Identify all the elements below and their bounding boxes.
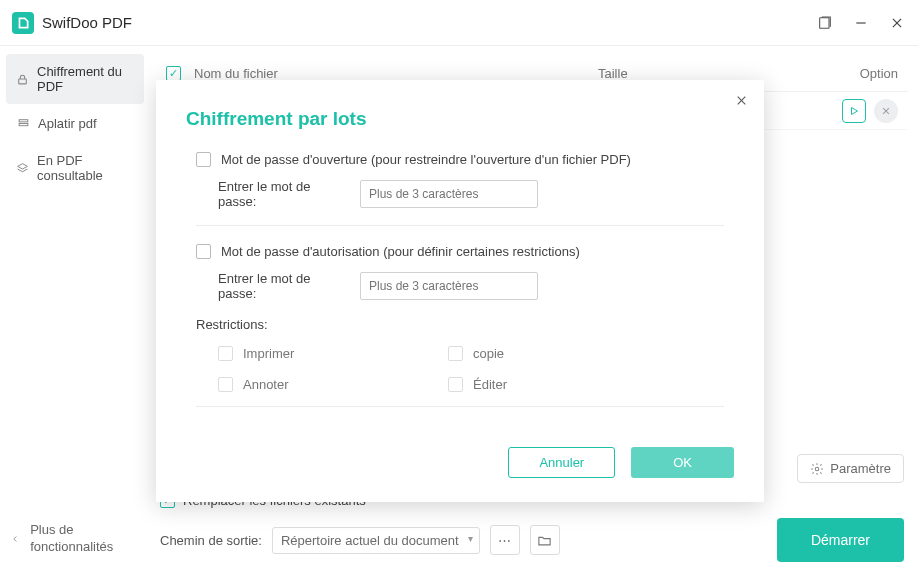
open-password-label: Mot de passe d'ouverture (pour restreind… xyxy=(221,152,631,167)
open-password-checkbox[interactable] xyxy=(196,152,211,167)
layers-icon xyxy=(16,161,29,175)
sidebar-item-flatten[interactable]: Aplatir pdf xyxy=(6,106,144,141)
restrict-print-checkbox[interactable] xyxy=(218,346,233,361)
minimize-icon[interactable] xyxy=(852,14,870,32)
ok-label: OK xyxy=(673,455,692,470)
auth-password-input[interactable] xyxy=(360,272,538,300)
restrict-print-label: Imprimer xyxy=(243,346,294,361)
svg-rect-4 xyxy=(19,78,27,83)
col-option: Option xyxy=(818,66,898,81)
svg-rect-0 xyxy=(820,17,829,28)
svg-marker-7 xyxy=(852,107,858,114)
divider xyxy=(196,406,724,407)
auth-password-label: Mot de passe d'autorisation (pour défini… xyxy=(221,244,580,259)
col-name: Nom du fichier xyxy=(194,66,598,81)
flatten-icon xyxy=(16,117,30,131)
svg-point-13 xyxy=(816,467,820,471)
titlebar: SwifDoo PDF xyxy=(0,0,918,46)
enter-password-label: Entrer le mot de passe: xyxy=(218,179,350,209)
gear-icon xyxy=(810,462,824,476)
cancel-button[interactable]: Annuler xyxy=(508,447,615,478)
close-icon[interactable] xyxy=(888,14,906,32)
ellipsis-icon: ⋯ xyxy=(498,533,511,548)
start-button[interactable]: Démarrer xyxy=(777,518,904,562)
app-title: SwifDoo PDF xyxy=(42,14,132,31)
app-logo xyxy=(12,12,34,34)
restrict-copy-label: copie xyxy=(473,346,504,361)
lock-icon xyxy=(16,72,29,86)
sidebar-item-label: Chiffrement du PDF xyxy=(37,64,134,94)
param-label: Paramètre xyxy=(830,461,891,476)
preview-button[interactable] xyxy=(842,99,866,123)
output-label: Chemin de sortie: xyxy=(160,533,262,548)
output-value: Répertoire actuel du document xyxy=(281,533,459,548)
remove-button[interactable] xyxy=(874,99,898,123)
modal-close-button[interactable] xyxy=(735,94,748,110)
select-all-checkbox[interactable] xyxy=(166,66,181,81)
more-options-button[interactable]: ⋯ xyxy=(490,525,520,555)
col-size: Taille xyxy=(598,66,818,81)
sidebar-item-label: Aplatir pdf xyxy=(38,116,97,131)
folder-icon xyxy=(537,533,552,548)
restrict-copy-checkbox[interactable] xyxy=(448,346,463,361)
restrict-annotate-checkbox[interactable] xyxy=(218,377,233,392)
start-label: Démarrer xyxy=(811,532,870,548)
chevron-left-icon xyxy=(10,533,20,545)
sidebar-item-searchable[interactable]: En PDF consultable xyxy=(6,143,144,193)
param-button[interactable]: Paramètre xyxy=(797,454,904,483)
browse-folder-button[interactable] xyxy=(530,525,560,555)
modal-title: Chiffrement par lots xyxy=(186,108,734,130)
svg-rect-6 xyxy=(19,124,28,126)
enter-password-label: Entrer le mot de passe: xyxy=(218,271,350,301)
cancel-label: Annuler xyxy=(539,455,584,470)
restrict-edit-label: Éditer xyxy=(473,377,507,392)
ok-button[interactable]: OK xyxy=(631,447,734,478)
sidebar-more-label: Plus de fonctionnalités xyxy=(30,522,140,556)
sidebar-more[interactable]: Plus de fonctionnalités xyxy=(6,514,144,568)
divider xyxy=(196,225,724,226)
open-password-input[interactable] xyxy=(360,180,538,208)
output-select[interactable]: Répertoire actuel du document xyxy=(272,527,480,554)
auth-password-checkbox[interactable] xyxy=(196,244,211,259)
close-icon xyxy=(735,94,748,107)
svg-rect-5 xyxy=(19,120,28,122)
window-extra-icon[interactable] xyxy=(816,14,834,32)
sidebar: Chiffrement du PDF Aplatir pdf En PDF co… xyxy=(0,46,150,576)
restrictions-label: Restrictions: xyxy=(196,317,724,332)
restrict-edit-checkbox[interactable] xyxy=(448,377,463,392)
sidebar-item-label: En PDF consultable xyxy=(37,153,134,183)
batch-encrypt-modal: Chiffrement par lots Mot de passe d'ouve… xyxy=(156,80,764,502)
restrict-annotate-label: Annoter xyxy=(243,377,289,392)
sidebar-item-encrypt[interactable]: Chiffrement du PDF xyxy=(6,54,144,104)
